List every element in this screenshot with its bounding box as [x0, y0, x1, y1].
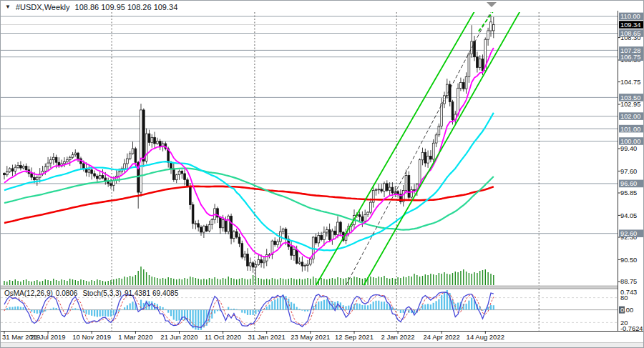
svg-text:1 Mar 2020: 1 Mar 2020: [118, 333, 152, 341]
svg-text:23 May 2021: 23 May 2021: [291, 333, 330, 341]
svg-text:110.00: 110.00: [620, 13, 640, 20]
svg-text:12 Sep 2021: 12 Sep 2021: [335, 333, 374, 341]
mt4-chart-window: ▼ #USDX,Weekly 108.86 109.95 108.26 109.…: [0, 0, 644, 348]
svg-text:0.00: 0.00: [620, 307, 633, 314]
chart-title-bar: ▼ #USDX,Weekly 108.86 109.95 108.26 109.…: [5, 2, 177, 11]
svg-text:10 Nov 2019: 10 Nov 2019: [72, 333, 111, 341]
volume-bars: [4, 267, 494, 285]
window-bottom-strip: [1, 343, 644, 348]
time-axis[interactable]: 31 Mar 201921 Jul 201910 Nov 20191 Mar 2…: [1, 331, 644, 341]
svg-text:99.40: 99.40: [620, 145, 637, 152]
svg-text:80: 80: [620, 294, 628, 302]
panel-divider[interactable]: [1, 286, 618, 289]
svg-text:103.50: 103.50: [620, 94, 640, 101]
chart-title-ohlc: 108.86 109.95 108.26 109.34: [75, 3, 178, 11]
svg-text:101.00: 101.00: [620, 126, 640, 133]
price-level-lines: [1, 16, 618, 234]
svg-text:108.65: 108.65: [620, 30, 640, 37]
channel-lower-line: [364, 1, 526, 285]
svg-text:102.00: 102.00: [620, 113, 640, 120]
svg-text:88.75: 88.75: [620, 278, 637, 285]
svg-text:92.60: 92.60: [620, 230, 637, 237]
svg-text:31 Jan 2021: 31 Jan 2021: [248, 333, 286, 341]
svg-text:97.60: 97.60: [620, 168, 637, 175]
svg-text:102.95: 102.95: [620, 101, 640, 108]
chart-shift-marker-icon[interactable]: [487, 2, 497, 7]
svg-text:95.85: 95.85: [620, 189, 637, 197]
svg-text:109.34: 109.34: [620, 21, 640, 29]
chart-canvas[interactable]: OsMA(12,26,9)0.0806Stoch(5,3,3)91.438169…: [1, 1, 644, 348]
channel-upper-line: [316, 1, 487, 285]
svg-text:90.50: 90.50: [620, 257, 637, 264]
svg-text:2 Jan 2022: 2 Jan 2022: [381, 333, 415, 341]
svg-text:11 Oct 2020: 11 Oct 2020: [205, 333, 241, 341]
svg-text:24 Apr 2022: 24 Apr 2022: [424, 333, 460, 341]
svg-text:96.60: 96.60: [620, 180, 637, 187]
symbol-dropdown-icon[interactable]: ▼: [5, 2, 11, 11]
svg-text:94.05: 94.05: [620, 212, 637, 219]
chart-title-symbol: #USDX,Weekly: [16, 3, 70, 11]
svg-text:21 Jun 2020: 21 Jun 2020: [160, 333, 197, 341]
svg-text:14 Aug 2022: 14 Aug 2022: [467, 333, 504, 341]
trend-channel[interactable]: [316, 1, 527, 285]
svg-text:104.75: 104.75: [620, 79, 640, 86]
candles-layer[interactable]: [4, 16, 495, 276]
svg-text:100.00: 100.00: [620, 138, 640, 145]
svg-text:21 Jul 2019: 21 Jul 2019: [31, 333, 66, 341]
price-axis[interactable]: 108.30106.50104.75102.9599.4097.6095.859…: [618, 11, 644, 332]
indicator-label: OsMA(12,26,9)0.0806Stoch(5,3,3)91.438169…: [4, 289, 179, 297]
svg-text:106.75: 106.75: [620, 54, 640, 61]
